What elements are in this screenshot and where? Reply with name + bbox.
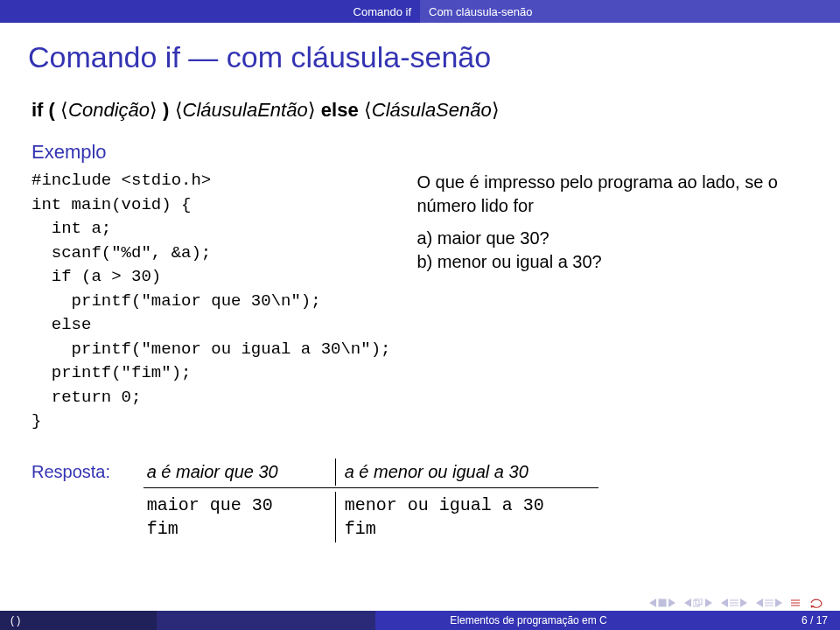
headline-subsection: Com cláusula-senão <box>420 0 840 23</box>
nav-sect-cluster <box>756 598 782 607</box>
syntax-condition: Condição <box>68 99 150 121</box>
angle-open: ⟨ <box>60 99 68 121</box>
code-block: #include <stdio.h> int main(void) { int … <box>32 169 390 434</box>
answer-table: a é maior que 30 a é menor ou igual a 30… <box>144 458 598 542</box>
paren-close: ) <box>163 99 169 121</box>
svg-marker-16 <box>775 598 782 607</box>
nav-lines3-icon[interactable] <box>791 598 800 607</box>
section-headline: Comando if Com cláusula-senão <box>0 0 840 23</box>
svg-marker-11 <box>740 598 747 607</box>
svg-marker-3 <box>684 598 691 607</box>
nav-loop-icon[interactable] <box>808 597 824 609</box>
answer-header-1: a é maior que 30 <box>144 458 336 486</box>
nav-slide-icon <box>658 598 667 607</box>
nav-next-frame-icon[interactable] <box>705 598 712 607</box>
answer-block: Resposta: a é maior que 30 a é menor ou … <box>32 458 808 542</box>
answer-cell-2: menor ou igual a 30 fim <box>336 492 598 542</box>
nav-prev-sect-icon[interactable] <box>756 598 763 607</box>
slide-title: Comando if — com cláusula-senão <box>0 23 840 99</box>
kw-if: if <box>32 99 43 121</box>
angle-open: ⟨ <box>364 99 372 121</box>
angle-close: ⟩ <box>492 99 500 121</box>
nav-next-sect-icon[interactable] <box>775 598 782 607</box>
nav-icons <box>649 597 824 609</box>
svg-marker-7 <box>721 598 728 607</box>
answer-body-row: maior que 30 fim menor ou igual a 30 fim <box>144 487 598 542</box>
answer-cell-1: maior que 30 fim <box>144 492 336 542</box>
syntax-else-clause: ClásulaSenão <box>372 99 492 121</box>
syntax-then: CláusulaEntão <box>183 99 308 121</box>
example-heading: Exemplo <box>32 141 808 164</box>
footer-spacer <box>157 611 375 630</box>
answer-label: Resposta: <box>32 458 110 482</box>
footer-page: 6 / 17 <box>682 611 840 630</box>
nav-next-sub-icon[interactable] <box>740 598 747 607</box>
angle-close: ⟩ <box>150 99 158 121</box>
footer-bar: ( ) Elementos de programação em C 6 / 17 <box>0 611 840 630</box>
question-block: O que é impresso pelo programa ao lado, … <box>416 169 808 274</box>
svg-marker-6 <box>705 598 712 607</box>
footer-author: ( ) <box>0 611 157 630</box>
svg-marker-2 <box>668 598 676 607</box>
nav-frames-icon <box>693 598 704 607</box>
headline-section: Comando if <box>0 0 420 23</box>
svg-marker-12 <box>756 598 763 607</box>
nav-lines-icon <box>730 598 738 607</box>
question-option-b: b) menor ou igual a 30? <box>416 250 808 274</box>
nav-lines2-icon <box>765 598 774 607</box>
nav-slide-cluster <box>649 598 676 607</box>
question-option-a: a) maior que 30? <box>416 227 808 250</box>
syntax-line: if ( ⟨Condição⟩ ) ⟨CláusulaEntão⟩ else ⟨… <box>32 99 808 122</box>
nav-next-slide-icon[interactable] <box>668 598 676 607</box>
svg-marker-0 <box>649 598 656 607</box>
angle-open: ⟨ <box>175 99 183 121</box>
paren-open: ( <box>49 99 55 121</box>
kw-else: else <box>321 99 359 121</box>
nav-prev-frame-icon[interactable] <box>684 598 691 607</box>
svg-rect-1 <box>659 599 666 606</box>
answer-header-row: a é maior que 30 a é menor ou igual a 30 <box>144 458 598 486</box>
question-intro: O que é impresso pelo programa ao lado, … <box>416 171 808 218</box>
footer-title: Elementos de programação em C <box>375 611 682 630</box>
nav-prev-sub-icon[interactable] <box>721 598 728 607</box>
nav-subsect-cluster <box>721 598 747 607</box>
nav-first-icon[interactable] <box>649 598 656 607</box>
slide-content: if ( ⟨Condição⟩ ) ⟨CláusulaEntão⟩ else ⟨… <box>0 99 840 542</box>
answer-header-2: a é menor ou igual a 30 <box>336 458 598 486</box>
example-row: #include <stdio.h> int main(void) { int … <box>32 169 808 434</box>
angle-close: ⟩ <box>308 99 316 121</box>
nav-frame-cluster <box>684 598 712 607</box>
